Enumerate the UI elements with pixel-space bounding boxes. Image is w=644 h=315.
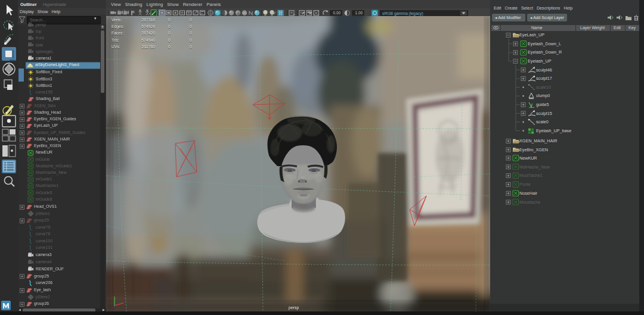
svg-text:0.00: 0.00 [333, 11, 341, 15]
svg-text:1.00: 1.00 [355, 11, 363, 15]
svg-text:sRGB gamma (legacy): sRGB gamma (legacy) [382, 11, 423, 16]
